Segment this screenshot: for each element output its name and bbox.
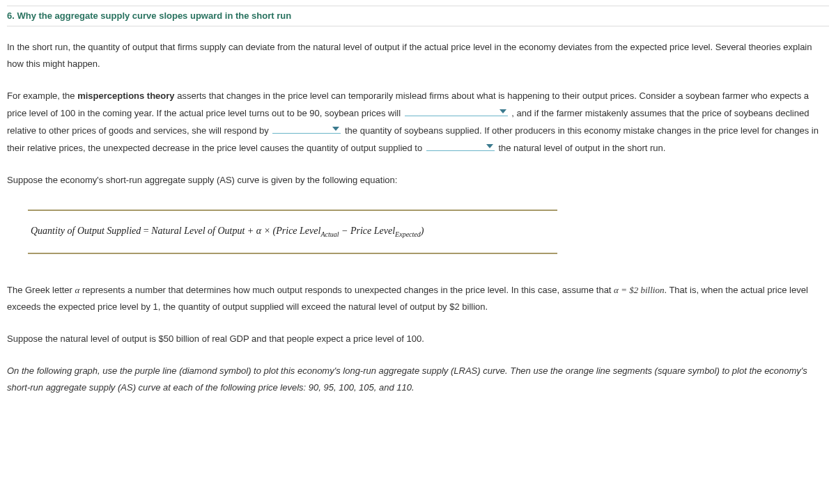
paragraph-alpha: The Greek letter α represents a number t… [7, 282, 829, 315]
equation-bottom-rule [28, 253, 557, 254]
text-segment: The Greek letter [7, 285, 75, 295]
dropdown-respond-by[interactable] [272, 122, 341, 134]
question-title: 6. Why the aggregate supply curve slopes… [7, 10, 291, 21]
eq-rhs-1: Natural Level of Output + α × (Price Lev… [151, 226, 320, 236]
eq-sub-actual: Actual [320, 230, 339, 238]
question-header: 6. Why the aggregate supply curve slopes… [7, 6, 829, 26]
text-segment: For example, the [7, 90, 77, 101]
dropdown-output-supplied[interactable] [426, 139, 495, 151]
eq-end: ) [421, 226, 424, 236]
eq-lhs: Quantity of Output Supplied [31, 226, 141, 236]
eq-mid: − Price Level [339, 226, 395, 236]
paragraph-equation-intro: Suppose the economy's short-run aggregat… [7, 172, 829, 189]
paragraph-misperceptions: For example, the misperceptions theory a… [7, 88, 829, 157]
dropdown-prices-will[interactable] [405, 104, 508, 116]
eq-sub-expected: Expected [395, 230, 421, 238]
theory-name: misperceptions theory [77, 90, 174, 101]
paragraph-graph-instruction: On the following graph, use the purple l… [7, 363, 829, 396]
chevron-down-icon [500, 109, 506, 113]
alpha-value: α = $2 billion [614, 285, 664, 295]
chevron-down-icon [332, 127, 339, 131]
equation-content: Quantity of Output Supplied = Natural Le… [28, 211, 557, 252]
paragraph-natural-level: Suppose the natural level of output is $… [7, 331, 829, 347]
chevron-down-icon [486, 144, 493, 148]
eq-equals: = [141, 226, 151, 236]
paragraph-intro: In the short run, the quantity of output… [7, 39, 829, 72]
text-segment: represents a number that determines how … [79, 285, 614, 295]
text-segment: the natural level of output in the short… [496, 143, 666, 153]
equation-block: Quantity of Output Supplied = Natural Le… [28, 210, 557, 253]
